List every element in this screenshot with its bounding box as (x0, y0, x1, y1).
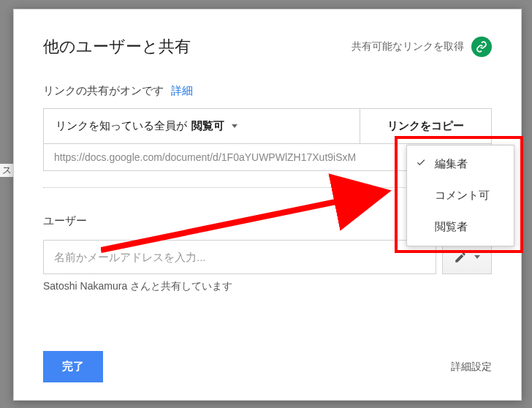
caret-down-icon (474, 255, 480, 259)
dialog-footer: 完了 詳細設定 (43, 351, 492, 382)
dropdown-item-commenter[interactable]: コメント可 (407, 180, 514, 211)
access-level-dropdown[interactable]: リンクを知っている全員が 閲覧可 (44, 109, 360, 143)
user-email-input[interactable] (43, 240, 436, 274)
dialog-header: 他のユーザーと共有 共有可能なリンクを取得 (43, 36, 492, 58)
done-button[interactable]: 完了 (43, 351, 103, 382)
advanced-settings-link[interactable]: 詳細設定 (451, 360, 492, 374)
caret-down-icon (232, 124, 238, 128)
get-shareable-link-button[interactable]: 共有可能なリンクを取得 (352, 37, 492, 57)
dialog-title: 他のユーザーと共有 (43, 36, 191, 58)
background-fragment: ス (0, 164, 13, 177)
pencil-icon (454, 251, 467, 264)
dropdown-item-label: コメント可 (435, 189, 490, 201)
get-link-label: 共有可能なリンクを取得 (352, 40, 464, 53)
copy-link-button[interactable]: リンクをコピー (360, 109, 491, 143)
status-text: リンクの共有がオンです (43, 84, 164, 97)
dropdown-item-label: 閲覧者 (435, 220, 468, 233)
permission-dropdown-menu: 編集者 コメント可 閲覧者 (406, 145, 514, 246)
access-bold: 閲覧可 (191, 119, 224, 133)
link-sharing-status: リンクの共有がオンです 詳細 (43, 84, 492, 98)
check-icon (416, 157, 426, 170)
detail-link[interactable]: 詳細 (171, 84, 193, 97)
dropdown-item-viewer[interactable]: 閲覧者 (407, 211, 514, 243)
dropdown-item-editor[interactable]: 編集者 (407, 148, 514, 180)
shared-with-text: Satoshi Nakamura さんと共有しています (43, 280, 492, 293)
link-box-header: リンクを知っている全員が 閲覧可 リンクをコピー (44, 109, 491, 144)
access-prefix: リンクを知っている全員が (56, 119, 187, 133)
link-icon (471, 37, 492, 57)
dropdown-item-label: 編集者 (435, 157, 468, 170)
